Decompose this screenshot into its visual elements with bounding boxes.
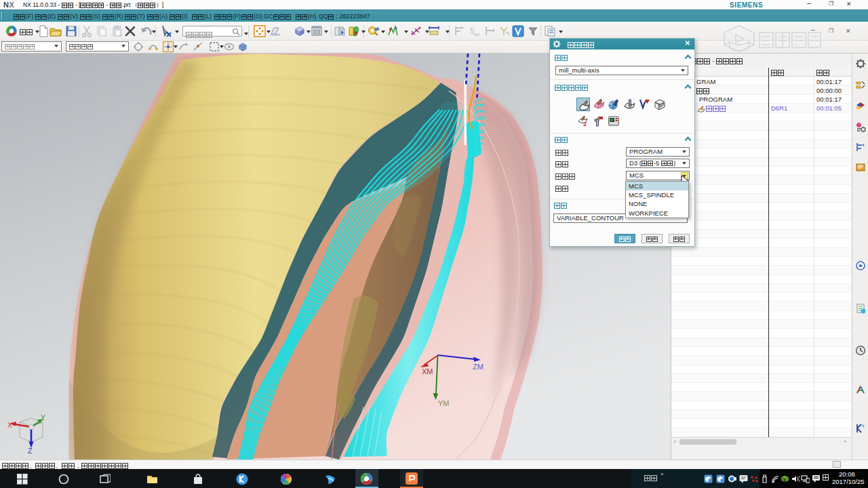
svg-text:XM: XM: [422, 367, 433, 375]
svg-text:YM: YM: [438, 399, 450, 407]
svg-text:X: X: [7, 421, 12, 429]
svg-text:Y: Y: [41, 413, 45, 422]
svg-text:2: 2: [583, 121, 587, 127]
svg-text:Z: Z: [28, 447, 33, 455]
svg-text:ZM: ZM: [473, 363, 484, 371]
